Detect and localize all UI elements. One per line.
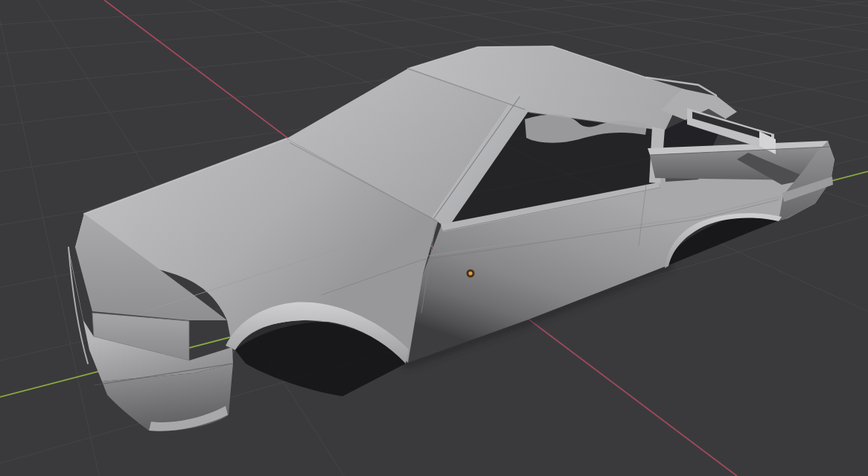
origin-dot xyxy=(468,271,473,276)
3d-viewport[interactable] xyxy=(0,0,868,476)
object-origin-icon[interactable] xyxy=(467,270,475,278)
